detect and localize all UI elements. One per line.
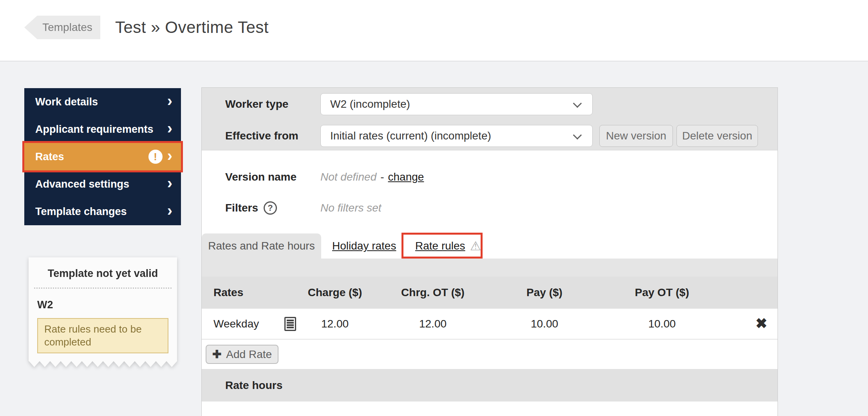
delete-rate-cell: ✖ bbox=[756, 317, 778, 331]
warning-triangle-icon: ⚠ bbox=[470, 239, 481, 253]
page-title: Test » Overtime Test bbox=[115, 18, 269, 37]
sidebar-item-rates[interactable]: Rates ! › bbox=[24, 143, 181, 170]
chevron-down-icon bbox=[573, 131, 582, 140]
filters-label: Filters bbox=[225, 202, 258, 214]
version-meta-section: Version name Not defined - change Filter… bbox=[202, 150, 778, 233]
chevron-right-icon: › bbox=[167, 156, 172, 158]
worker-type-heading: W2 bbox=[37, 299, 177, 311]
version-name-value-row: Not defined - change bbox=[320, 170, 424, 184]
add-rate-button[interactable]: ✚ Add Rate bbox=[206, 345, 278, 364]
charge-value[interactable]: 12.00 bbox=[296, 318, 374, 330]
filters-label-row: Filters ? bbox=[225, 201, 277, 215]
column-header-rates: Rates bbox=[202, 286, 296, 299]
sidebar-item-applicant-requirements[interactable]: Applicant requirements › bbox=[24, 116, 181, 143]
back-to-templates-label: Templates bbox=[42, 21, 92, 34]
tab-panel-spacer bbox=[202, 259, 778, 277]
pay-ot-value[interactable]: 10.00 bbox=[597, 318, 727, 330]
add-rate-section: ✚ Add Rate bbox=[202, 340, 778, 369]
tab-holiday-rates[interactable]: Holiday rates bbox=[332, 233, 396, 259]
plus-icon: ✚ bbox=[212, 348, 221, 361]
sidebar-item-label: Rates bbox=[35, 151, 64, 163]
rates-table-header: Rates Charge ($) Chrg. OT ($) Pay ($) Pa… bbox=[202, 277, 778, 309]
validity-warning-message: Rate rules need to be completed bbox=[37, 318, 168, 353]
separator-dash: - bbox=[380, 171, 384, 183]
column-header-pay-ot: Pay OT ($) bbox=[597, 286, 727, 299]
change-version-name-link[interactable]: change bbox=[388, 171, 424, 183]
delete-rate-icon[interactable]: ✖ bbox=[756, 315, 767, 331]
worker-type-select[interactable]: W2 (incomplete) bbox=[320, 93, 593, 115]
ticket-zigzag-edge bbox=[29, 361, 177, 367]
panel-bottom-fill bbox=[202, 402, 778, 416]
sidebar-item-work-details[interactable]: Work details › bbox=[24, 88, 181, 116]
rates-tabs: Rates and Rate hours Holiday rates Rate … bbox=[202, 233, 778, 259]
version-name-label: Version name bbox=[225, 170, 297, 184]
worker-type-label: Worker type bbox=[225, 93, 288, 115]
tab-rate-rules[interactable]: Rate rules ⚠ bbox=[415, 233, 481, 259]
tab-label: Rate rules bbox=[415, 240, 465, 252]
chevron-down-icon bbox=[573, 99, 582, 108]
sidebar-item-label: Work details bbox=[35, 96, 98, 108]
delete-version-button[interactable]: Delete version bbox=[676, 125, 758, 147]
new-version-button[interactable]: New version bbox=[599, 125, 673, 147]
sidebar-item-label: Template changes bbox=[35, 206, 127, 218]
sidebar-item-advanced-settings[interactable]: Advanced settings › bbox=[24, 170, 181, 198]
sidebar-item-label: Applicant requirements bbox=[35, 123, 154, 136]
sidebar-item-label: Advanced settings bbox=[35, 178, 129, 190]
tab-rates-and-rate-hours[interactable]: Rates and Rate hours bbox=[202, 233, 321, 259]
rate-name: Weekday bbox=[213, 318, 259, 330]
filters-value-row: No filters set bbox=[320, 201, 382, 215]
version-header-section: Worker type W2 (incomplete) Effective fr… bbox=[202, 88, 778, 150]
chevron-right-icon: › bbox=[167, 183, 172, 185]
add-rate-label: Add Rate bbox=[226, 348, 272, 361]
back-to-templates-button[interactable]: Templates bbox=[24, 15, 100, 40]
rate-hours-header: Rate hours bbox=[202, 369, 778, 402]
worker-type-selected-value: W2 (incomplete) bbox=[330, 98, 410, 110]
charge-ot-value[interactable]: 12.00 bbox=[374, 318, 492, 330]
top-header: Templates Test » Overtime Test bbox=[0, 0, 868, 61]
validity-card-title: Template not yet valid bbox=[29, 257, 177, 280]
template-validity-card: Template not yet valid W2 Rate rules nee… bbox=[29, 257, 177, 367]
template-section-nav: Work details › Applicant requirements › … bbox=[24, 88, 181, 225]
effective-from-selected-value: Initial rates (current) (incomplete) bbox=[330, 130, 491, 142]
filters-value: No filters set bbox=[320, 202, 382, 214]
rate-row-weekday: Weekday 12.00 12.00 10.00 10.00 ✖ bbox=[202, 309, 778, 340]
column-header-chrg-ot: Chrg. OT ($) bbox=[374, 286, 492, 299]
column-header-pay: Pay ($) bbox=[492, 286, 597, 299]
rate-name-cell: Weekday bbox=[202, 309, 296, 339]
chevron-right-icon: › bbox=[167, 210, 172, 213]
pay-value[interactable]: 10.00 bbox=[492, 318, 597, 330]
chevron-right-icon: › bbox=[167, 128, 172, 130]
effective-from-label: Effective from bbox=[225, 125, 298, 147]
version-name-value: Not defined bbox=[320, 171, 376, 183]
tab-label: Rates and Rate hours bbox=[208, 240, 315, 252]
warning-circle-icon: ! bbox=[148, 150, 163, 164]
dotted-divider bbox=[34, 288, 172, 289]
rates-panel: Worker type W2 (incomplete) Effective fr… bbox=[201, 87, 778, 416]
rate-hours-label: Rate hours bbox=[225, 379, 282, 392]
chevron-right-icon: › bbox=[167, 101, 172, 103]
question-circle-icon[interactable]: ? bbox=[264, 201, 277, 215]
column-header-charge: Charge ($) bbox=[296, 286, 374, 299]
sidebar-item-template-changes[interactable]: Template changes › bbox=[24, 198, 181, 225]
effective-from-select[interactable]: Initial rates (current) (incomplete) bbox=[320, 125, 593, 147]
tab-label: Holiday rates bbox=[332, 240, 396, 252]
rate-breakdown-icon[interactable] bbox=[284, 317, 296, 331]
